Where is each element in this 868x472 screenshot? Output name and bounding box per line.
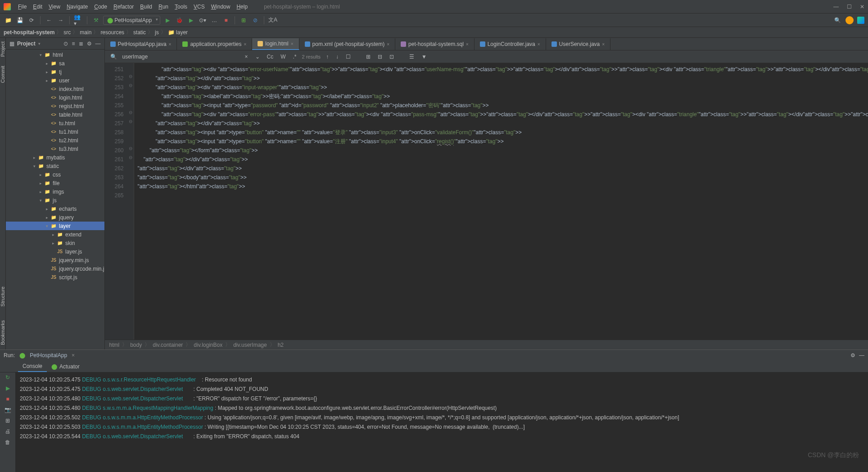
close-tab-icon[interactable]: × [538, 42, 540, 47]
close-tab-icon[interactable]: × [169, 42, 172, 47]
tree-item[interactable]: ▸📁extend [6, 230, 104, 239]
search-input[interactable] [122, 54, 240, 60]
bookmarks-tool-button[interactable]: Bookmarks [0, 320, 5, 345]
add-config-icon[interactable]: 👥▾ [74, 16, 83, 25]
editor-tab[interactable]: login.html× [252, 38, 299, 50]
tree-item[interactable]: ▸📁user [6, 76, 104, 85]
tree-item[interactable]: ▸📁file [6, 179, 104, 187]
search-everywhere-icon[interactable]: 🔍 [833, 16, 842, 25]
dump-icon[interactable]: 📷 [5, 407, 11, 413]
clear-search-icon[interactable]: × [243, 53, 250, 61]
menu-window[interactable]: Window [208, 2, 233, 12]
editor-tab[interactable]: PetHospitalApp.java× [105, 38, 177, 50]
close-tab-icon[interactable]: × [602, 42, 605, 47]
db-icon[interactable]: ⊞ [239, 16, 248, 25]
run-action-icon[interactable]: ▶ [6, 385, 10, 391]
user-avatar-icon[interactable] [845, 16, 854, 24]
run-settings-icon[interactable]: ⚙ [850, 352, 855, 359]
breadcrumb-item[interactable]: resources [100, 29, 124, 36]
select-all-icon[interactable]: ☐ [344, 53, 353, 61]
code-crumb-item[interactable]: h2 [278, 342, 284, 348]
menu-view[interactable]: View [46, 2, 63, 12]
commit-tool-button[interactable]: Commit [0, 66, 5, 83]
open-icon[interactable]: 📁 [4, 16, 13, 25]
console-output[interactable]: 2023-12-04 10:20:25.475 DEBUG o.s.w.s.r.… [15, 372, 868, 472]
breadcrumb-item[interactable]: pet-hospital-system [4, 29, 54, 36]
tree-item[interactable]: JSjquery.qrcode.min.j [6, 264, 104, 273]
collapse-all-icon[interactable]: ≣ [79, 41, 83, 47]
back-icon[interactable]: ← [45, 16, 54, 25]
code-breadcrumb[interactable]: html〉body〉div.container〉div.loginBox〉div… [105, 340, 868, 349]
maximize-icon[interactable]: ☐ [847, 4, 852, 10]
run-config-selector[interactable]: ⬤ PetHospitalApp [103, 16, 160, 25]
pin-icon[interactable]: ☰ [407, 53, 416, 61]
debug-icon[interactable]: 🐞 [175, 16, 184, 25]
profile-icon[interactable]: ⊙▾ [198, 16, 207, 25]
tree-item[interactable]: <>regist.html [6, 102, 104, 110]
attach-icon[interactable]: … [210, 16, 219, 25]
next-match-icon[interactable]: ↓ [334, 53, 340, 61]
print-icon[interactable]: 🖨 [5, 428, 10, 435]
tree-item[interactable]: JSjquery.min.js [6, 256, 104, 264]
match-case-icon[interactable]: Cc [265, 53, 276, 61]
tree-item[interactable]: <>tu.html [6, 119, 104, 127]
code-crumb-item[interactable]: html [109, 342, 120, 348]
trash-icon[interactable]: 🗑 [5, 439, 10, 445]
tree-item[interactable]: ▸📁jquery [6, 213, 104, 222]
tree-item[interactable]: ▸📁echarts [6, 204, 104, 213]
menu-vcs[interactable]: VCS [191, 2, 208, 12]
tree-item[interactable]: ▸📁css [6, 170, 104, 179]
editor-tab[interactable]: pet-hospital-system.sql× [395, 38, 475, 50]
no-icon[interactable]: ⊘ [251, 16, 260, 25]
rerun-icon[interactable]: ↻ [5, 374, 10, 381]
tree-item[interactable]: ▾📁layer [6, 222, 104, 230]
tree-item[interactable]: ▾📁static [6, 162, 104, 170]
add-selection-icon[interactable]: ⊞ [364, 53, 372, 61]
editor-tab[interactable]: UserService.java× [546, 38, 611, 50]
expand-all-icon[interactable]: ≡ [72, 41, 75, 47]
select-occurrences-icon[interactable]: ⊡ [388, 53, 396, 61]
close-window-icon[interactable]: ✕ [860, 4, 864, 10]
hide-icon[interactable]: — [95, 41, 101, 47]
refresh-icon[interactable]: ⟳ [27, 16, 36, 25]
stop-run-icon[interactable]: ■ [6, 396, 9, 402]
close-tab-icon[interactable]: × [387, 42, 389, 47]
menu-file[interactable]: File [15, 2, 29, 12]
tree-item[interactable]: ▸📁tj [6, 68, 104, 76]
menu-run[interactable]: Run [156, 2, 171, 12]
close-tab-icon[interactable]: × [244, 42, 247, 47]
tree-item[interactable]: <>tu3.html [6, 145, 104, 153]
breadcrumb-item[interactable]: static [133, 29, 146, 36]
tree-item[interactable]: ▸📁imgs [6, 187, 104, 196]
save-icon[interactable]: 💾 [15, 16, 24, 25]
tree-item[interactable]: ▸📁skin [6, 239, 104, 247]
hammer-icon[interactable]: ⚒ [91, 16, 100, 25]
tree-item[interactable]: <>tu1.html [6, 127, 104, 136]
filter-icon[interactable]: ▼ [420, 53, 429, 61]
select-opened-icon[interactable]: ⊙ [63, 41, 68, 47]
tree-item[interactable]: ▸📁sa [6, 59, 104, 68]
structure-tool-button[interactable]: Structure [0, 286, 5, 307]
code-crumb-item[interactable]: div.container [153, 342, 183, 348]
tree-item[interactable]: JSscript.js [6, 273, 104, 281]
code-crumb-item[interactable]: div.loginBox [194, 342, 222, 348]
code-editor[interactable]: 2512522532542552562572582592602612622632… [105, 63, 868, 340]
menu-help[interactable]: Help [234, 2, 250, 12]
project-tree[interactable]: ▾📁html▸📁sa▸📁tj▸📁user<>index.html<>login.… [6, 50, 104, 349]
close-tab-icon[interactable]: × [291, 41, 294, 46]
layout-icon[interactable]: ⊞ [5, 418, 10, 424]
fold-gutter[interactable]: ⊖⊖⊖⊖⊖⊖ [127, 63, 134, 340]
tree-item[interactable]: <>tu2.html [6, 136, 104, 145]
run-icon[interactable]: ▶ [163, 16, 172, 25]
forward-icon[interactable]: → [56, 16, 65, 25]
settings-icon[interactable]: ⚙ [87, 41, 92, 47]
code-crumb-item[interactable]: body [130, 342, 142, 348]
coverage-icon[interactable]: ▶ [186, 16, 195, 25]
menu-code[interactable]: Code [91, 2, 110, 12]
breadcrumb-item[interactable]: js [155, 29, 159, 36]
prev-match-icon[interactable]: ↑ [324, 53, 330, 61]
tree-item[interactable]: JSlayer.js [6, 247, 104, 256]
tree-item[interactable]: <>index.html [6, 85, 104, 93]
remove-selection-icon[interactable]: ⊟ [376, 53, 384, 61]
regex-icon[interactable]: .* [291, 53, 298, 61]
